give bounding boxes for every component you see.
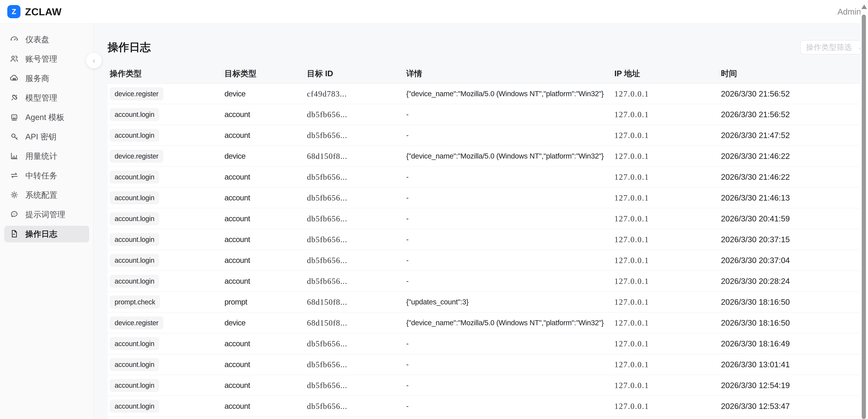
details-cell: {"device_name":"Mozilla/5.0 (Windows NT"… (404, 90, 612, 98)
table-row: account.loginaccountdb5fb656...-127.0.0.… (107, 167, 868, 187)
details-cell: - (404, 214, 612, 223)
users-icon (9, 54, 19, 64)
plug-icon (9, 93, 19, 103)
operation-type-cell: device.register (107, 87, 222, 100)
details-cell: - (404, 131, 612, 140)
sidebar-item-agent-template[interactable]: Agent 模板 (4, 109, 89, 126)
user-menu[interactable]: Admin (837, 7, 861, 17)
ip-address-cell: 127.0.0.1 (612, 193, 719, 203)
time-cell: 2026/3/30 18:16:49 (719, 339, 868, 348)
operation-type-cell: account.login (107, 358, 222, 371)
swap-icon (9, 171, 19, 181)
table-row: account.loginaccountdb5fb656...-127.0.0.… (107, 125, 868, 146)
sidebar-item-label: 中转任务 (25, 170, 57, 181)
sidebar: 仪表盘账号管理服务商模型管理Agent 模板API 密钥用量统计中转任务系统配置… (0, 24, 94, 419)
ip-address-cell: 127.0.0.1 (612, 401, 719, 411)
operation-type-badge: account.login (110, 275, 159, 288)
operation-type-filter[interactable]: 操作类型筛选 ⌄ (800, 40, 868, 54)
sidebar-item-usage-stats[interactable]: 用量统计 (4, 148, 89, 164)
gauge-icon (9, 34, 19, 45)
key-icon (9, 131, 19, 142)
sidebar-item-dashboard[interactable]: 仪表盘 (4, 31, 89, 48)
operation-log-table: 操作类型目标类型目标 ID详情IP 地址时间 device.registerde… (107, 64, 868, 419)
time-cell: 2026/3/30 20:28:24 (719, 276, 868, 286)
operation-type-cell: account.login (107, 191, 222, 204)
chat-icon (9, 209, 19, 220)
ip-address-cell: 127.0.0.1 (612, 173, 719, 182)
sidebar-item-accounts[interactable]: 账号管理 (4, 51, 89, 67)
column-header-3: 目标 ID (305, 64, 404, 83)
table-row: account.loginaccountdb5fb656...-127.0.0.… (107, 396, 868, 417)
sidebar-item-operation-logs[interactable]: 操作日志 (4, 226, 89, 242)
operation-type-badge: account.login (110, 171, 159, 183)
target-id-cell: db5fb656... (305, 173, 404, 182)
details-cell: - (404, 110, 612, 119)
operation-type-badge: account.login (110, 379, 159, 392)
time-cell: 2026/3/30 18:16:50 (719, 297, 868, 307)
sidebar-item-label: Agent 模板 (25, 112, 64, 123)
sidebar-item-system-config[interactable]: 系统配置 (4, 187, 89, 204)
operation-type-badge: device.register (110, 317, 163, 329)
details-cell: - (404, 173, 612, 181)
brand-logo: Z ZCLAW (7, 5, 62, 18)
sidebar-item-providers[interactable]: 服务商 (4, 70, 89, 87)
page-scrollbar (860, 0, 868, 419)
target-id-cell: db5fb656... (305, 277, 404, 286)
sidebar-item-prompts[interactable]: 提示词管理 (4, 206, 89, 223)
target-type-cell: account (222, 193, 305, 202)
time-cell: 2026/3/30 21:56:52 (719, 110, 868, 119)
sidebar-item-label: 仪表盘 (25, 34, 49, 45)
table-row: account.loginaccountdb5fb656...-127.0.0.… (107, 104, 868, 125)
operation-type-badge: account.login (110, 400, 159, 413)
operation-type-cell: account.login (107, 129, 222, 142)
details-cell: - (404, 256, 612, 265)
sidebar-item-label: 模型管理 (25, 93, 57, 103)
table-row: account.loginaccountdb5fb656...-127.0.0.… (107, 250, 868, 271)
operation-type-badge: account.login (110, 108, 159, 121)
target-id-cell: db5fb656... (305, 360, 404, 369)
operation-type-badge: device.register (110, 87, 163, 100)
scrollbar-thumb[interactable] (862, 14, 866, 419)
main-content: 操作日志 操作类型筛选 ⌄ 操作类型目标类型目标 ID详情IP 地址时间 dev… (94, 24, 868, 419)
target-id-cell: 68d150f8... (305, 152, 404, 161)
table-row: device.registerdevice68d150f8...{"device… (107, 312, 868, 333)
details-cell: {"device_name":"Mozilla/5.0 (Windows NT"… (404, 152, 612, 160)
details-cell: - (404, 360, 612, 369)
details-cell: - (404, 402, 612, 410)
sidebar-nav: 仪表盘账号管理服务商模型管理Agent 模板API 密钥用量统计中转任务系统配置… (4, 31, 89, 242)
target-id-cell: db5fb656... (305, 193, 404, 203)
operation-type-cell: account.login (107, 233, 222, 246)
time-cell: 2026/3/30 21:56:52 (719, 89, 868, 98)
table-row: account.loginaccountdb5fb656...-127.0.0.… (107, 271, 868, 292)
operation-type-cell: prompt.check (107, 296, 222, 308)
target-id-cell: db5fb656... (305, 235, 404, 244)
details-cell: - (404, 381, 612, 389)
filter-placeholder: 操作类型筛选 (806, 42, 852, 53)
operation-type-cell: account.login (107, 171, 222, 183)
page-title: 操作日志 (107, 40, 151, 55)
table-row: account.loginaccountdb5fb656...-127.0.0.… (107, 333, 868, 354)
time-cell: 2026/3/30 21:46:22 (719, 151, 868, 161)
operation-type-cell: account.login (107, 379, 222, 392)
target-id-cell: db5fb656... (305, 131, 404, 140)
details-cell: - (404, 193, 612, 202)
target-id-cell: db5fb656... (305, 339, 404, 348)
sidebar-item-models[interactable]: 模型管理 (4, 90, 89, 106)
target-id-cell: 68d150f8... (305, 297, 404, 307)
sidebar-item-relay-tasks[interactable]: 中转任务 (4, 168, 89, 184)
sidebar-item-api-keys[interactable]: API 密钥 (4, 128, 89, 145)
time-cell: 2026/3/30 13:01:41 (719, 360, 868, 369)
ip-address-cell: 127.0.0.1 (612, 381, 719, 390)
ip-address-cell: 127.0.0.1 (612, 235, 719, 244)
target-id-cell: db5fb656... (305, 401, 404, 411)
file-icon (9, 229, 19, 239)
target-id-cell: db5fb656... (305, 110, 404, 119)
operation-type-cell: account.login (107, 108, 222, 121)
operation-type-badge: account.login (110, 129, 159, 142)
sidebar-collapse-button[interactable]: ‹ (86, 53, 102, 68)
ip-address-cell: 127.0.0.1 (612, 110, 719, 119)
scrollbar-up-arrow-icon[interactable] (861, 4, 867, 9)
target-id-cell: db5fb656... (305, 214, 404, 223)
target-type-cell: device (222, 319, 305, 327)
operation-type-badge: account.login (110, 191, 159, 204)
